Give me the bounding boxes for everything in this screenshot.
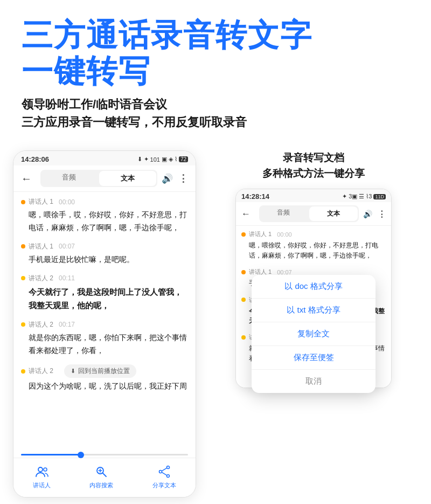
speaker-dot-4 <box>21 322 25 327</box>
right-section: 录音转写文档 多种格式方法一键分享 14:28:14 ✦ 3▣ ☰ ⌇3 11D <box>209 150 418 388</box>
return-label: 回到当前播放位置 <box>78 367 130 376</box>
speaker-time-3: 00:11 <box>59 274 75 282</box>
right-speaker-name-1: 讲话人 1 <box>249 230 272 238</box>
left-phone-content: 讲话人 1 00:00 嗯，喂徐手，哎，你好哎，你好，不好意思，打电话，麻麻烦，… <box>13 192 196 451</box>
svg-line-9 <box>162 468 167 472</box>
hero-section: 三方通话录音转文字 一键转写 领导吩咐工作/临时语音会议 三方应用录音一键转写，… <box>0 0 431 142</box>
speech-text-2: 手机最近是比较忙嘛，是吧呢。 <box>21 253 188 266</box>
share-button[interactable]: 分享文本 <box>152 464 176 489</box>
speaker-dot-3 <box>21 276 25 280</box>
right-speaker-dot-1 <box>241 232 246 237</box>
svg-line-10 <box>162 473 167 476</box>
speaker-time-1: 00:00 <box>59 198 75 206</box>
copy-all-button[interactable]: 复制全文 <box>252 322 376 346</box>
right-speaker-time-2: 00:07 <box>277 269 292 275</box>
svg-point-6 <box>166 466 169 469</box>
right-tab-audio[interactable]: 音频 <box>259 205 308 222</box>
speech-text-1: 嗯，喂徐手，哎，你好哎，你好，不好意思，打电话，麻麻烦，你了啊啊，嗯，手边徐手呢… <box>21 209 188 234</box>
right-section-title: 录音转写文档 多种格式方法一键分享 <box>262 150 365 181</box>
speaker-block-5: 讲话人 2 ⬇ 回到当前播放位置 因为这个为啥呢，呢，洗了以后呢，我正好下周 <box>21 364 188 393</box>
speaker-label-4: 讲话人 2 00:17 <box>21 320 188 329</box>
share-txt-button[interactable]: 以 txt 格式分享 <box>252 299 376 322</box>
right-tab-group: 音频 文本 <box>259 205 359 222</box>
hero-title: 三方通话录音转文字 一键转写 <box>22 17 409 89</box>
speaker-time-4: 00:17 <box>59 321 75 328</box>
speaker-block-2: 讲话人 1 00:07 手机最近是比较忙嘛，是吧呢。 <box>21 242 188 266</box>
svg-point-7 <box>166 475 169 478</box>
speaker-block-4: 讲话人 2 00:17 就是你的东西呢，嗯，你怕下来啊，把这个事情看来都处理了，… <box>21 320 188 357</box>
tab-text[interactable]: 文本 <box>99 171 157 186</box>
speakers-label: 讲话人 <box>33 481 51 489</box>
speech-text-5: 因为这个为啥呢，呢，洗了以后呢，我正好下周 <box>21 380 188 393</box>
volume-icon[interactable]: 🔊 <box>162 173 173 184</box>
progress-fill <box>21 454 80 455</box>
return-icon: ⬇ <box>71 368 75 375</box>
right-phone-toolbar: ← 音频 文本 🔊 ⋮ <box>236 202 391 226</box>
speakers-button[interactable]: 讲话人 <box>33 464 51 489</box>
right-speaker-time-1: 00:00 <box>277 231 292 238</box>
progress-track[interactable] <box>21 454 188 455</box>
right-speaker-block-1: 讲话人 1 00:00 嗯，喂徐哎，你好哎，你好，不好意思，打电话，麻麻烦，你了… <box>241 230 386 260</box>
right-volume-icon[interactable]: 🔊 <box>363 210 372 218</box>
back-button[interactable]: ← <box>21 172 32 185</box>
speaker-name-1: 讲话人 1 <box>29 197 53 206</box>
more-icon[interactable]: ⋮ <box>178 172 188 184</box>
hero-subtitle-line1: 领导吩咐工作/临时语音会议 <box>22 95 409 113</box>
return-to-position-button[interactable]: ⬇ 回到当前播放位置 <box>64 364 136 378</box>
right-phone-status-bar: 14:28:14 ✦ 3▣ ☰ ⌇3 11D <box>236 189 391 202</box>
right-speech-text-1: 嗯，喂徐哎，你好哎，你好，不好意思，打电话，麻麻烦，你了啊啊，嗯，手边徐手呢， <box>241 240 386 260</box>
toolbar-icons: 🔊 ⋮ <box>162 172 188 184</box>
save-to-notes-button[interactable]: 保存至便签 <box>252 346 376 370</box>
speaker-block-1: 讲话人 1 00:00 嗯，喂徐手，哎，你好哎，你好，不好意思，打电话，麻麻烦，… <box>21 197 188 234</box>
progress-thumb[interactable] <box>78 452 84 458</box>
right-speaker-dot-3 <box>241 298 246 302</box>
svg-point-0 <box>38 467 43 472</box>
speaker-name-4: 讲话人 2 <box>29 320 53 329</box>
search-button[interactable]: 内容搜索 <box>89 464 113 489</box>
phones-section: 14:28:06 ⬇ ✦ 101 ▣ ◈ ⌇ 72 ← 音频 文本 🔊 ⋮ <box>0 142 431 504</box>
share-doc-button[interactable]: 以 doc 格式分享 <box>252 275 376 299</box>
speaker-label-5: 讲话人 2 ⬇ 回到当前播放位置 <box>21 364 188 378</box>
right-title-line2: 多种格式方法一键分享 <box>262 166 365 182</box>
speaker-label-1: 讲话人 1 00:00 <box>21 197 188 206</box>
hero-title-line1: 三方通话录音转文字 <box>22 17 409 53</box>
speaker-name-3: 讲话人 2 <box>29 274 53 283</box>
speaker-label-3: 讲话人 2 00:11 <box>21 274 188 283</box>
share-popup: 以 doc 格式分享 以 txt 格式分享 复制全文 保存至便签 取消 <box>252 275 376 393</box>
right-tab-text[interactable]: 文本 <box>309 206 358 221</box>
speaker-block-3: 讲话人 2 00:11 今天就行了，我是这段时间上了没人管我，我整天观里，他的呢… <box>21 274 188 313</box>
right-title-line1: 录音转写文档 <box>262 150 365 166</box>
right-status-icons: ✦ 3▣ ☰ ⌇3 11D <box>342 193 386 200</box>
speaker-dot-5 <box>21 369 25 374</box>
share-icon <box>156 464 172 480</box>
svg-line-3 <box>103 473 106 477</box>
speaker-dot-1 <box>21 200 25 204</box>
left-status-time: 14:28:06 <box>21 155 49 163</box>
hero-subtitle: 领导吩咐工作/临时语音会议 三方应用录音一键转写，不用反复听取录音 <box>22 95 409 131</box>
phone-left: 14:28:06 ⬇ ✦ 101 ▣ ◈ ⌇ 72 ← 音频 文本 🔊 ⋮ <box>13 150 196 498</box>
hero-title-line2: 一键转写 <box>22 53 409 89</box>
svg-point-8 <box>159 471 162 473</box>
tab-group: 音频 文本 <box>40 170 157 187</box>
speaker-name-2: 讲话人 1 <box>29 242 53 251</box>
search-label: 内容搜索 <box>89 481 113 489</box>
speaker-dot-2 <box>21 244 25 248</box>
progress-bar-wrap[interactable] <box>13 451 196 458</box>
hero-subtitle-line2: 三方应用录音一键转写，不用反复听取录音 <box>22 113 409 131</box>
speech-text-4: 就是你的东西呢，嗯，你怕下来啊，把这个事情看来都处理了，你看， <box>21 332 188 357</box>
right-speaker-dot-2 <box>241 270 246 274</box>
right-back-button[interactable]: ← <box>241 209 251 219</box>
right-status-time: 14:28:14 <box>241 192 269 201</box>
svg-point-1 <box>44 468 47 471</box>
cancel-button[interactable]: 取消 <box>252 370 376 393</box>
speaker-label-2: 讲话人 1 00:07 <box>21 242 188 251</box>
speaker-name-5: 讲话人 2 <box>29 367 53 376</box>
speaker-time-2: 00:07 <box>59 243 75 250</box>
tab-audio[interactable]: 音频 <box>40 170 98 187</box>
speakers-icon <box>34 464 50 480</box>
left-status-icons: ⬇ ✦ 101 ▣ ◈ ⌇ 72 <box>137 156 188 163</box>
speech-text-3: 今天就行了，我是这段时间上了没人管我，我整天观里，他的呢， <box>21 285 188 313</box>
phone-right: 14:28:14 ✦ 3▣ ☰ ⌇3 11D ← 音频 文本 <box>235 189 392 388</box>
right-toolbar-icons: 🔊 ⋮ <box>363 209 386 219</box>
right-more-icon[interactable]: ⋮ <box>378 209 386 219</box>
